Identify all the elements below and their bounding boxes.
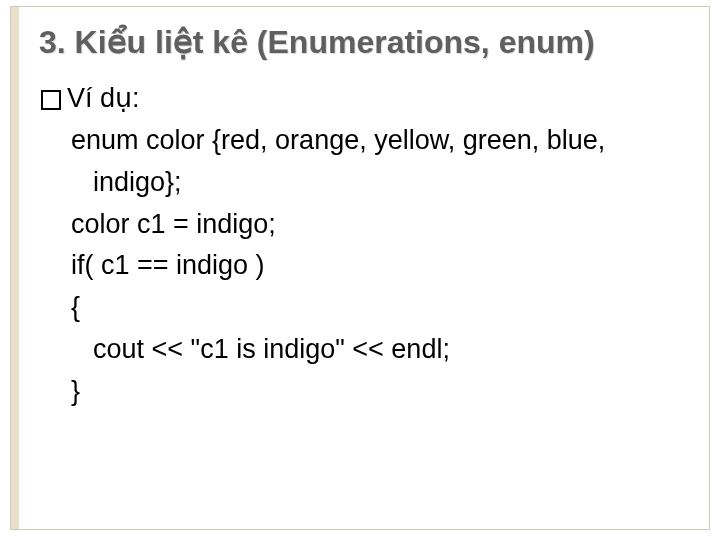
left-accent-bar <box>11 7 19 529</box>
example-label: Ví dụ: <box>67 78 140 120</box>
slide-content: 3. Kiểu liệt kê (Enumerations, enum) Ví … <box>11 7 709 429</box>
code-line: color c1 = indigo; <box>71 204 687 246</box>
code-line: if( c1 == indigo ) <box>71 245 687 287</box>
square-bullet-icon <box>41 90 61 110</box>
code-block: enum color {red, orange, yellow, green, … <box>71 120 687 413</box>
code-line: indigo}; <box>71 162 687 204</box>
code-line: } <box>71 371 687 413</box>
code-line: cout << "c1 is indigo" << endl; <box>71 329 687 371</box>
code-line: { <box>71 287 687 329</box>
code-line: enum color {red, orange, yellow, green, … <box>71 120 687 162</box>
slide-frame: 3. Kiểu liệt kê (Enumerations, enum) Ví … <box>10 6 710 530</box>
slide-title: 3. Kiểu liệt kê (Enumerations, enum) <box>39 23 687 62</box>
example-bullet: Ví dụ: <box>41 78 687 120</box>
slide-body: Ví dụ: enum color {red, orange, yellow, … <box>39 78 687 413</box>
